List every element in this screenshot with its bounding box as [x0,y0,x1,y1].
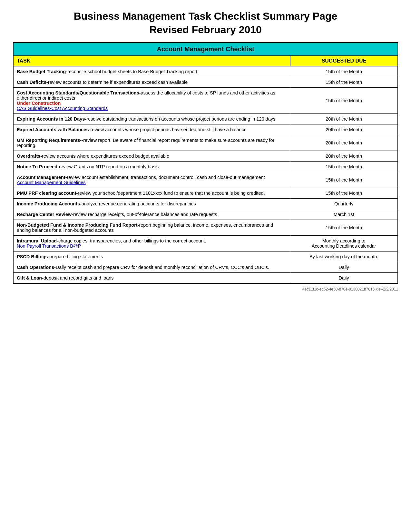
table-row: Income Producing Accounts-analyze revenu… [13,199,398,209]
task-cell-base-budget: Base Budget Tracking-reconcile school bu… [13,66,290,77]
column-header-row: TASK SUGGESTED DUE [13,56,398,66]
task-cell-pmu-prf: PMU PRF clearing account-review your sch… [13,188,290,199]
task-cell-pscd-billings: PSCD Billings-prepare billing statements [13,251,290,262]
table-row: Gift & Loan-deposit and record gifts and… [13,273,398,284]
table-row: Recharge Center Review-review recharge r… [13,209,398,220]
red-text-cost-accounting: Under Construction [17,101,61,106]
page-title: Business Management Task Checklist Summa… [13,10,398,36]
task-normal-gift-loan: deposit and record gifts and loans [44,275,114,281]
table-row: Cost Accounting Standards/Questionable T… [13,88,398,114]
task-bold-gift-loan: Gift & Loan- [17,275,44,281]
task-bold-cash-operations: Cash Operations- [17,265,56,270]
task-bold-non-budgeted: Non-Budgeted Fund & Income Producing Fun… [17,222,139,228]
due-cell-account-management: 15th of the Month [290,172,398,188]
link-intramural[interactable]: Non Payroll Transactions B@P [17,243,81,249]
section-header-row: Account Management Checklist [13,43,398,56]
due-cell-cash-operations: Daily [290,262,398,273]
task-normal-cash-deficits: review accounts to determine if expendit… [48,80,188,85]
due-cell-expired-accounts: 20th of the Month [290,124,398,135]
task-bold-intramural: Intramural Upload- [17,238,58,243]
task-bold-base-budget: Base Budget Tracking- [17,69,67,74]
col-header-due: SUGGESTED DUE [290,56,398,66]
task-normal-pmu-prf: review your school/department 1101xxxx f… [78,191,265,196]
task-cell-cost-accounting: Cost Accounting Standards/Questionable T… [13,88,290,114]
task-cell-intramural: Intramural Upload-charge copies, transpa… [13,236,290,251]
task-normal-recharge-center: review recharge receipts, out-of-toleran… [73,212,217,217]
section-header: Account Management Checklist [13,43,398,56]
footer-text: 4ec11f1c-ec52-4e50-b70e-0130021b7815.xls… [302,287,398,291]
task-cell-notice-proceed: Notice To Proceed-review Grants on NTP r… [13,162,290,172]
task-bold-expired-accounts: Expired Accounts with Balances- [17,127,90,132]
due-cell-income-producing: Quarterly [290,199,398,209]
due-cell-notice-proceed: 15th of the Month [290,162,398,172]
due-cell-gm-reporting: 20th of the Month [290,135,398,151]
table-row: Notice To Proceed-review Grants on NTP r… [13,162,398,172]
due-cell-pmu-prf: 15th of the Month [290,188,398,199]
task-normal-base-budget: reconcile school budget sheets to Base B… [67,69,199,74]
task-cell-gm-reporting: GM Reporting Requirements--review report… [13,135,290,151]
main-table: Account Management Checklist TASK SUGGES… [13,42,398,284]
table-row: GM Reporting Requirements--review report… [13,135,398,151]
task-normal-notice-proceed: review Grants on NTP report on a monthly… [59,164,159,169]
task-cell-income-producing: Income Producing Accounts-analyze revenu… [13,199,290,209]
task-bold-pscd-billings: PSCD Billings- [17,254,50,259]
task-normal-pscd-billings: prepare billing statements [50,254,103,259]
task-normal-overdrafts: review accounts where expenditures excee… [42,153,169,159]
due-cell-non-budgeted: 15th of the Month [290,220,398,236]
due-cell-cash-deficits: 15th of the Month [290,77,398,88]
task-bold-overdrafts: Overdrafts- [17,153,42,159]
task-normal-expired-accounts: review accounts whose project periods ha… [90,127,246,132]
table-row: Intramural Upload-charge copies, transpa… [13,236,398,251]
due-cell-intramural: Monthly according toAccounting Deadlines… [290,236,398,251]
task-bold-cost-accounting: Cost Accounting Standards/Questionable T… [17,90,141,95]
task-bold-expiring-accounts: Expiring Accounts in 120 Days- [17,116,86,122]
task-normal-intramural: charge copies, transparencies, and other… [58,238,206,243]
task-cell-expired-accounts: Expired Accounts with Balances-review ac… [13,124,290,135]
task-bold-recharge-center: Recharge Center Review- [17,212,73,217]
task-bold-account-management: Account Management- [17,175,67,180]
due-cell-expiring-accounts: 20th of the Month [290,114,398,124]
table-row: PMU PRF clearing account-review your sch… [13,188,398,199]
task-cell-cash-deficits: Cash Deficits-review accounts to determi… [13,77,290,88]
task-normal-income-producing: analyze revenue generating accounts for … [82,201,196,206]
table-row: Overdrafts-review accounts where expendi… [13,151,398,162]
task-bold-notice-proceed: Notice To Proceed- [17,164,59,169]
link-cost-accounting[interactable]: CAS Guidelines-Cost Accounting Standards [17,106,108,111]
task-cell-account-management: Account Management-review account establ… [13,172,290,188]
table-row: Expiring Accounts in 120 Days-resolve ou… [13,114,398,124]
table-row: Cash Operations-Daily receipt cash and p… [13,262,398,273]
task-bold-pmu-prf: PMU PRF clearing account- [17,191,78,196]
task-bold-income-producing: Income Producing Accounts- [17,201,82,206]
task-cell-cash-operations: Cash Operations-Daily receipt cash and p… [13,262,290,273]
due-cell-pscd-billings: By last working day of the month. [290,251,398,262]
table-row: Base Budget Tracking-reconcile school bu… [13,66,398,77]
footer: 4ec11f1c-ec52-4e50-b70e-0130021b7815.xls… [13,287,398,291]
task-cell-gift-loan: Gift & Loan-deposit and record gifts and… [13,273,290,284]
table-row: Cash Deficits-review accounts to determi… [13,77,398,88]
task-normal-account-management: review account establishment, transactio… [67,175,265,180]
due-cell-gift-loan: Daily [290,273,398,284]
col-header-task: TASK [13,56,290,66]
task-normal-cash-operations: Daily receipt cash and prepare CRV for d… [56,265,269,270]
link-account-management[interactable]: Account Management Guidelines [17,180,86,185]
table-row: Non-Budgeted Fund & Income Producing Fun… [13,220,398,236]
table-row: Account Management-review account establ… [13,172,398,188]
due-cell-recharge-center: March 1st [290,209,398,220]
task-normal-expiring-accounts: resolve outstanding transactions on acco… [86,116,275,122]
due-cell-cost-accounting: 15th of the Month [290,88,398,114]
due-cell-base-budget: 15th of the Month [290,66,398,77]
task-cell-recharge-center: Recharge Center Review-review recharge r… [13,209,290,220]
table-row: PSCD Billings-prepare billing statements… [13,251,398,262]
table-row: Expired Accounts with Balances-review ac… [13,124,398,135]
task-cell-overdrafts: Overdrafts-review accounts where expendi… [13,151,290,162]
task-bold-gm-reporting: GM Reporting Requirements-- [17,138,83,143]
due-cell-overdrafts: 20th of the Month [290,151,398,162]
task-bold-cash-deficits: Cash Deficits- [17,80,48,85]
task-cell-expiring-accounts: Expiring Accounts in 120 Days-resolve ou… [13,114,290,124]
task-cell-non-budgeted: Non-Budgeted Fund & Income Producing Fun… [13,220,290,236]
